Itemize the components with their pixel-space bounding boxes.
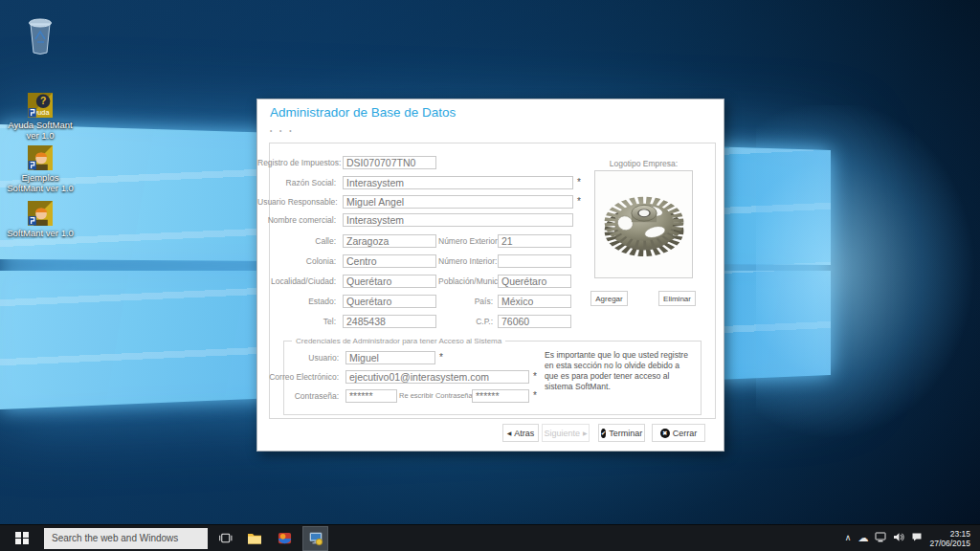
form-row: Registro de Impuestos: [257,155,440,169]
field-label: Tel: [257,317,340,326]
pais-input[interactable] [498,295,571,308]
registro-impuestos-input[interactable] [343,156,436,169]
show-hidden-icons-chevron[interactable]: ∧ [845,534,852,542]
taskbar-clock[interactable]: 23:15 27/06/2015 [929,529,970,548]
next-arrow-icon: ▶ [583,430,588,436]
cerrar-button[interactable]: ✖ Cerrar [652,424,705,442]
form-row: Razón Social: * [257,175,581,189]
credentials-note: Es importante que lo que usted registre … [545,350,690,392]
form-row: Colonia: Número Interior: [257,253,571,268]
required-mark: * [577,196,581,207]
active-app-button[interactable] [302,526,328,551]
codigo-postal-input[interactable] [498,315,571,328]
field-label: Razón Social: [257,178,340,187]
installer-app-icon [308,531,323,546]
close-circle-icon: ✖ [660,429,670,438]
field-label: Número Exterior: [438,236,496,246]
onedrive-cloud-icon[interactable]: ☁ [858,534,868,542]
task-view-button[interactable] [212,525,237,551]
volume-icon[interactable] [893,532,904,544]
action-center-icon[interactable] [911,532,923,544]
form-row: Usuario: * [257,350,443,364]
system-tray: ∧ ☁ 23:15 27/06/2015 [845,529,980,548]
form-row: Nombre comercial: [257,212,577,227]
form-row: Correo Electrónico: * [257,369,537,384]
field-label: Nombre comercial: [257,215,340,225]
dialog-title: Administrador de Base de Datos [270,105,456,120]
field-label: Población/Municipio: [438,276,496,286]
clock-time: 23:15 [929,529,970,539]
required-mark: * [577,177,581,187]
ayuda-softmant-icon: ? yuda [28,93,53,118]
field-label: Localidad/Ciudad: [257,276,340,286]
form-row: Tel: C.P.: [257,314,571,328]
start-button[interactable] [0,525,44,551]
field-label: Registro de Impuestos: [257,158,340,167]
icon-label: EjemplosSoftMant ver 1.0 [7,172,74,193]
svg-text:?: ? [40,96,46,106]
numero-interior-input[interactable] [498,254,571,268]
field-label: País: [438,297,496,306]
form-row: Localidad/Ciudad: Población/Municipio: [257,274,571,288]
atras-label: Atras [514,429,534,438]
windows-desktop: ? yuda Ayuda SoftMantver 1.0 EjemplosSof… [0,0,980,551]
form-row: Usuario Responsable: * [257,194,581,209]
recycle-bin-icon[interactable] [2,13,78,55]
terminar-label: Terminar [609,429,642,438]
terminar-button[interactable]: ✔ Terminar [598,424,645,442]
poblacion-municipio-input[interactable] [498,275,571,288]
clock-date: 27/06/2015 [929,539,970,548]
back-arrow-icon: ◀ [507,430,512,436]
required-mark: * [533,371,537,382]
calle-input[interactable] [343,234,436,248]
taskbar: ∧ ☁ 23:15 27/06/2015 [0,524,980,551]
nombre-comercial-input[interactable] [343,213,573,227]
taskbar-search-input[interactable] [44,528,208,549]
desktop-icon-ayuda-softmant[interactable]: ? yuda Ayuda SoftMantver 1.0 [2,93,78,141]
field-label: Usuario: [257,353,343,363]
trash-can-icon [25,13,56,55]
softmant-icon [28,201,53,226]
telefono-input[interactable] [343,315,436,328]
gear-image [599,177,689,273]
usuario-input[interactable] [345,351,435,364]
field-label: Calle: [257,236,340,246]
eliminar-button[interactable]: Eliminar [658,291,696,306]
file-explorer-button[interactable] [242,525,267,551]
ejemplos-softmant-icon [28,145,53,170]
field-label: Número Interior: [438,256,496,266]
form-row: Estado: País: [257,294,571,308]
app-icon [278,531,292,545]
usuario-responsable-input[interactable] [343,195,573,209]
task-view-icon [218,531,233,545]
required-mark: * [533,390,537,401]
network-icon[interactable] [875,532,886,544]
field-label: Contraseña: [257,391,343,401]
required-mark: * [439,352,443,363]
field-label: Usuario Responsable: [257,197,340,207]
field-label: Correo Electrónico: [257,372,343,382]
hero-logo-glow [756,105,976,440]
razon-social-input[interactable] [343,176,573,189]
estado-input[interactable] [343,295,436,308]
contrasena-input[interactable] [345,389,397,403]
re-contrasena-input[interactable] [472,389,529,403]
desktop-icon-ejemplos-softmant[interactable]: EjemplosSoftMant ver 1.0 [2,145,78,193]
correo-electronico-input[interactable] [345,370,529,384]
field-label: Re escribir Contraseña: [399,391,470,400]
pinned-app-button[interactable] [272,525,297,551]
siguiente-button[interactable]: Siguiente ▶ [542,424,590,442]
localidad-ciudad-input[interactable] [343,275,436,288]
logo-panel-label: Logotipo Empresa: [594,159,693,168]
svg-text:yuda: yuda [34,108,51,117]
numero-exterior-input[interactable] [498,234,571,248]
colonia-input[interactable] [343,254,436,268]
windows-logo-icon [15,532,29,545]
company-logo-box [594,170,693,278]
agregar-button[interactable]: Agregar [590,291,628,306]
database-admin-dialog: Administrador de Base de Datos • • • Reg… [256,99,724,452]
atras-button[interactable]: ◀ Atras [502,424,539,442]
desktop-icon-softmant[interactable]: SoftMant ver 1.0 [2,201,78,238]
wizard-steps-indicator: • • • [270,127,294,134]
icon-label: Ayuda SoftMantver 1.0 [8,120,72,141]
